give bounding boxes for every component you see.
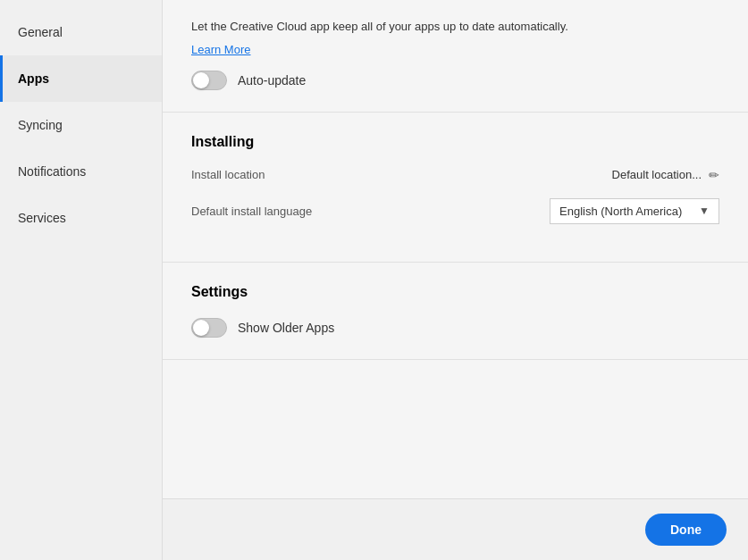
- sidebar-item-label: General: [18, 25, 63, 39]
- done-button[interactable]: Done: [645, 514, 727, 546]
- install-language-value: English (North America): [559, 205, 682, 218]
- settings-section: Settings Show Older Apps: [163, 263, 748, 360]
- autoupdate-description: Let the Creative Cloud app keep all of y…: [191, 18, 719, 36]
- install-language-dropdown[interactable]: English (North America) ▼: [550, 198, 719, 224]
- install-language-row: Default install language English (North …: [191, 198, 719, 224]
- main-wrapper: Let the Creative Cloud app keep all of y…: [163, 0, 748, 560]
- sidebar-item-notifications[interactable]: Notifications: [0, 148, 162, 195]
- sidebar-item-services[interactable]: Services: [0, 195, 162, 241]
- installing-title: Installing: [191, 134, 719, 150]
- autoupdate-toggle-row: Auto-update: [191, 71, 719, 90]
- sidebar-item-syncing[interactable]: Syncing: [0, 102, 162, 148]
- sidebar-item-label: Services: [18, 211, 66, 225]
- sidebar: General Apps Syncing Notifications Servi…: [0, 0, 163, 560]
- show-older-apps-toggle[interactable]: [191, 318, 227, 338]
- show-older-apps-label: Show Older Apps: [238, 321, 334, 335]
- sidebar-item-label: Apps: [18, 71, 49, 86]
- footer: Done: [163, 498, 748, 560]
- install-location-value-group: Default location... ✏: [612, 168, 719, 182]
- install-language-label: Default install language: [191, 205, 312, 218]
- content-scroll[interactable]: Let the Creative Cloud app keep all of y…: [163, 0, 748, 498]
- sidebar-item-apps[interactable]: Apps: [0, 55, 162, 102]
- show-older-apps-toggle-row: Show Older Apps: [191, 318, 719, 338]
- settings-title: Settings: [191, 284, 719, 300]
- autoupdate-toggle[interactable]: [191, 71, 227, 90]
- scrollable-area: Let the Creative Cloud app keep all of y…: [163, 0, 748, 498]
- install-location-row: Install location Default location... ✏: [191, 168, 719, 182]
- install-location-value: Default location...: [612, 168, 702, 181]
- chevron-down-icon: ▼: [699, 205, 710, 217]
- sidebar-item-label: Syncing: [18, 118, 63, 132]
- sidebar-item-label: Notifications: [18, 164, 86, 179]
- installing-section: Installing Install location Default loca…: [163, 113, 748, 263]
- edit-location-icon[interactable]: ✏: [709, 168, 719, 182]
- autoupdate-toggle-label: Auto-update: [238, 73, 306, 88]
- sidebar-item-general[interactable]: General: [0, 9, 162, 55]
- learn-more-link[interactable]: Learn More: [191, 43, 250, 56]
- autoupdate-section: Let the Creative Cloud app keep all of y…: [163, 0, 748, 113]
- install-location-label: Install location: [191, 168, 265, 181]
